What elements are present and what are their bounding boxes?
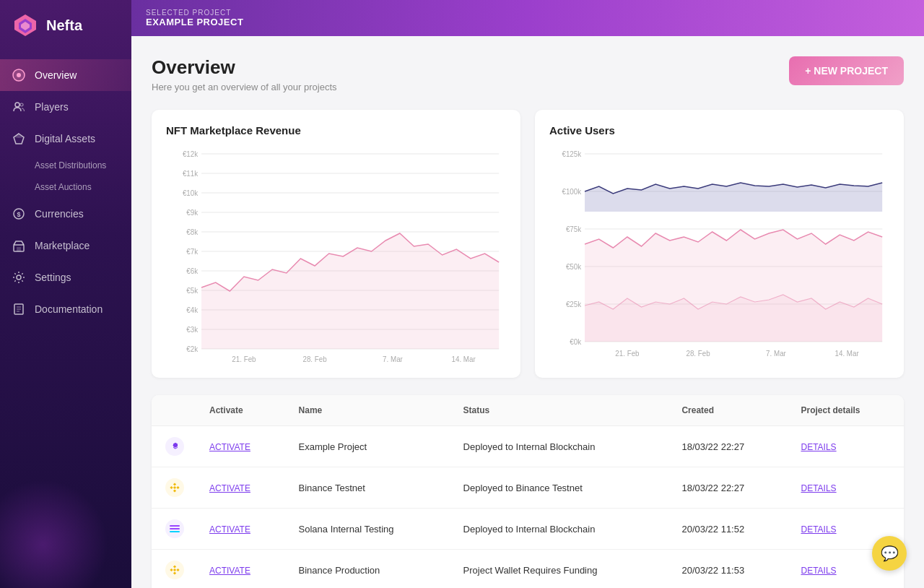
svg-point-13: [17, 275, 21, 280]
table-header: Activate Name Status Created Project det…: [152, 395, 904, 426]
row-status-cell: Deployed to Internal Blockchain: [452, 509, 671, 550]
row-activate-cell: ACTIVATE: [198, 550, 287, 589]
details-link[interactable]: DETAILS: [801, 483, 836, 493]
sidebar-item-overview[interactable]: Overview: [0, 59, 131, 91]
table-wrapper: Activate Name Status Created Project det…: [152, 395, 904, 588]
svg-text:21. Feb: 21. Feb: [232, 355, 256, 363]
activate-link[interactable]: ACTIVATE: [209, 442, 250, 452]
details-link[interactable]: DETAILS: [801, 442, 836, 452]
details-link[interactable]: DETAILS: [801, 524, 836, 535]
row-icon-cell: [152, 550, 198, 589]
page-title-group: Overview Here you get an overview of all…: [152, 56, 337, 92]
svg-text:$: $: [17, 211, 20, 218]
row-icon-cell: [152, 467, 198, 509]
diamond-icon: [12, 131, 26, 146]
sidebar: Nefta Overview Players: [0, 0, 131, 588]
table-row: ACTIVATE Binance Testnet Deployed to Bin…: [152, 467, 904, 509]
main-wrapper: selected project EXAMPLE PROJECT Overvie…: [131, 0, 924, 588]
row-details-cell: DETAILS: [789, 426, 904, 467]
table-row: ACTIVATE Binance Production Project Wall…: [152, 550, 904, 589]
row-icon-cell: [152, 426, 198, 467]
sidebar-item-digital-assets-label: Digital Assets: [35, 133, 95, 144]
sidebar-item-currencies[interactable]: $ Currencies: [0, 198, 131, 230]
selected-project-name: EXAMPLE PROJECT: [146, 17, 243, 27]
svg-text:21. Feb: 21. Feb: [615, 350, 640, 358]
col-icon: [152, 395, 198, 426]
main-content: Overview Here you get an overview of all…: [131, 36, 924, 588]
svg-text:€10k: €10k: [183, 189, 198, 197]
selected-project-label: selected project: [146, 9, 243, 17]
project-icon: [163, 558, 186, 581]
svg-text:14. Mar: 14. Mar: [835, 350, 860, 358]
sidebar-item-settings[interactable]: Settings: [0, 261, 131, 293]
sidebar-item-overview-label: Overview: [35, 69, 77, 81]
gear-icon: [12, 270, 26, 285]
coin-icon: $: [12, 207, 26, 221]
activate-link[interactable]: ACTIVATE: [209, 566, 250, 576]
activate-link[interactable]: ACTIVATE: [209, 524, 250, 535]
sidebar-item-marketplace[interactable]: Marketplace: [0, 230, 131, 261]
svg-text:28. Feb: 28. Feb: [686, 350, 710, 358]
svg-text:€4k: €4k: [186, 306, 198, 314]
projects-table-card: Activate Name Status Created Project det…: [152, 395, 904, 588]
sidebar-item-players[interactable]: Players: [0, 91, 131, 123]
sidebar-item-settings-label: Settings: [35, 272, 71, 283]
active-users-chart-card: Active Users €125k €100k €75k: [535, 110, 904, 378]
new-project-button[interactable]: + NEW PROJECT: [789, 56, 904, 85]
activate-link[interactable]: ACTIVATE: [209, 483, 250, 493]
svg-point-4: [17, 73, 21, 77]
row-name-cell: Example Project: [287, 426, 452, 467]
logo-area: Nefta: [0, 0, 131, 51]
nefta-logo-icon: [12, 12, 39, 39]
main-nav: Overview Players Digital A: [0, 59, 131, 588]
page-subtitle: Here you get an overview of all your pro…: [152, 82, 337, 92]
svg-text:€3k: €3k: [186, 326, 198, 334]
active-users-svg: €125k €100k €75k €50k €25k €0k 21. Feb 2…: [549, 147, 889, 363]
svg-point-6: [20, 103, 23, 106]
svg-text:€12k: €12k: [183, 150, 198, 158]
row-details-cell: DETAILS: [789, 467, 904, 509]
svg-point-5: [15, 103, 19, 107]
col-created: Created: [670, 395, 789, 426]
svg-marker-61: [585, 183, 882, 212]
svg-text:€8k: €8k: [186, 228, 198, 236]
page-title: Overview: [152, 56, 337, 79]
svg-text:€6k: €6k: [186, 267, 198, 275]
svg-text:€11k: €11k: [183, 170, 198, 178]
projects-tbody: ACTIVATE Example Project Deployed to Int…: [152, 426, 904, 589]
svg-text:€5k: €5k: [186, 287, 198, 295]
sidebar-item-documentation-label: Documentation: [35, 303, 103, 315]
sidebar-item-documentation[interactable]: Documentation: [0, 293, 131, 325]
book-icon: [12, 302, 26, 316]
projects-table: Activate Name Status Created Project det…: [152, 395, 904, 588]
chat-icon: 💬: [881, 545, 899, 562]
col-status: Status: [452, 395, 671, 426]
row-status-cell: Project Wallet Requires Funding: [452, 550, 671, 589]
project-icon: [163, 476, 186, 499]
users-icon: [12, 100, 26, 114]
top-bar: selected project EXAMPLE PROJECT: [131, 0, 924, 36]
sidebar-item-asset-distributions[interactable]: Asset Distributions: [0, 155, 131, 176]
row-created-cell: 20/03/22 11:53: [670, 550, 789, 589]
chat-bubble-button[interactable]: 💬: [872, 536, 907, 571]
row-created-cell: 20/03/22 11:52: [670, 509, 789, 550]
svg-rect-12: [17, 247, 21, 251]
project-icon: [163, 435, 186, 458]
row-name-cell: Binance Production: [287, 550, 452, 589]
col-details: Project details: [789, 395, 904, 426]
sidebar-item-asset-auctions[interactable]: Asset Auctions: [0, 176, 131, 198]
row-activate-cell: ACTIVATE: [198, 467, 287, 509]
svg-text:€0k: €0k: [570, 338, 581, 346]
svg-text:14. Mar: 14. Mar: [452, 355, 476, 363]
sidebar-item-digital-assets[interactable]: Digital Assets: [0, 123, 131, 155]
home-icon: [12, 68, 26, 82]
sidebar-item-currencies-label: Currencies: [35, 208, 84, 220]
row-name-cell: Binance Testnet: [287, 467, 452, 509]
svg-text:€9k: €9k: [186, 209, 198, 217]
svg-text:€25k: €25k: [566, 301, 581, 308]
details-link[interactable]: DETAILS: [801, 566, 836, 576]
row-status-cell: Deployed to Binance Testnet: [452, 467, 671, 509]
row-status-cell: Deployed to Internal Blockchain: [452, 426, 671, 467]
svg-text:7. Mar: 7. Mar: [766, 350, 786, 358]
logo-text: Nefta: [46, 17, 82, 34]
